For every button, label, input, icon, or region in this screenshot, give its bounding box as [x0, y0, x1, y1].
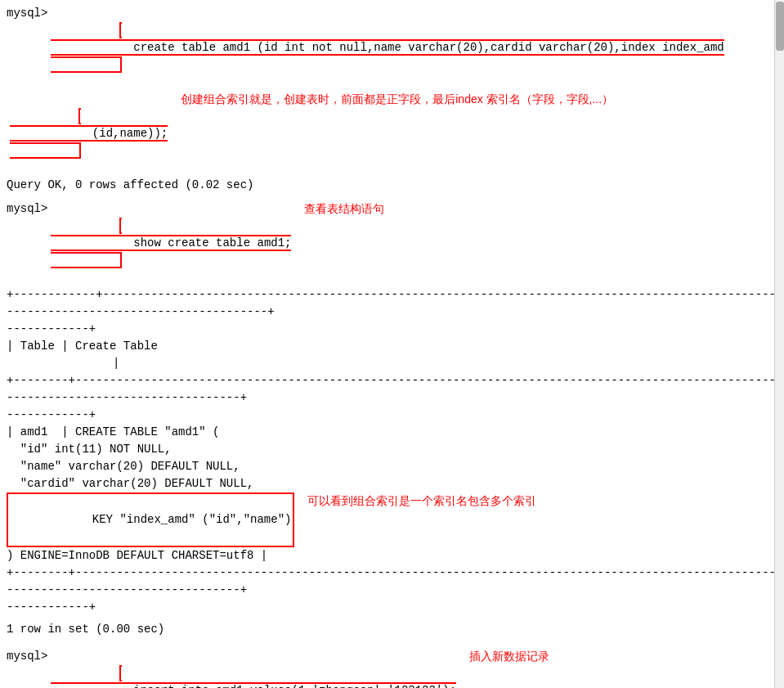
sep3-text: +--------+------------------------------… — [7, 372, 777, 407]
ok1-line: Query OK, 0 rows affected (0.02 sec) — [7, 177, 777, 194]
prompt2: mysql> — [7, 200, 47, 218]
row1e-box: KEY "index_amd" ("id","name") — [7, 492, 294, 547]
row1e-text: KEY "index_amd" ("id","name") — [78, 513, 291, 526]
cmd3-line: mysql> insert into amd1 values(1,'zhangs… — [7, 648, 777, 688]
ok1-text: Query OK, 0 rows affected (0.02 sec) — [7, 177, 253, 194]
header-text: | Table | Create Table — [7, 338, 158, 355]
sep-line5: +--------+------------------------------… — [7, 564, 777, 599]
cmd2-box: show create table amd1; — [51, 218, 291, 268]
sep-line6: ------------+ — [7, 599, 777, 616]
sep5-text: +--------+------------------------------… — [7, 564, 777, 599]
terminal-container: mysql> create table amd1 (id int not nul… — [0, 0, 784, 688]
cmd2-line: mysql> show create table amd1; 查看表结构语句 — [7, 200, 777, 286]
annotation4: 插入新数据记录 — [469, 648, 549, 665]
row1e-line: KEY "index_amd" ("id","name") 可以看到组合索引是一… — [7, 492, 777, 547]
cmd1-line: mysql> create table amd1 (id int not nul… — [7, 5, 777, 91]
row1b-text: "id" int(11) NOT NULL, — [7, 441, 172, 458]
sep-line3: +--------+------------------------------… — [7, 372, 777, 407]
row1d-text: "cardid" varchar(20) DEFAULT NULL, — [7, 475, 253, 492]
prompt1: mysql> — [7, 5, 47, 22]
cmd2-text: show create table amd1; — [133, 236, 291, 250]
row1f-text: ) ENGINE=InnoDB DEFAULT CHARSET=utf8 | — [7, 547, 267, 564]
rowcount1-text: 1 row in set (0.00 sec) — [7, 621, 164, 638]
insert-section: mysql> insert into amd1 values(1,'zhangs… — [7, 648, 777, 688]
sep1-text: +------------+--------------------------… — [7, 286, 777, 321]
create-table-section: mysql> create table amd1 (id int not nul… — [7, 5, 777, 194]
scrollbar-thumb[interactable] — [776, 2, 784, 51]
cmd3-text: insert into amd1 values(1,'zhangsan','12… — [133, 684, 456, 688]
show-create-section: mysql> show create table amd1; 查看表结构语句 +… — [7, 200, 777, 638]
terminal-block: mysql> create table amd1 (id int not nul… — [7, 5, 777, 688]
header-line: | Table | Create Table — [7, 338, 777, 355]
annotation1: 创建组合索引就是，创建表时，前面都是正字段，最后index 索引名（字段，字段,… — [181, 91, 613, 108]
row1b-line: "id" int(11) NOT NULL, — [7, 441, 777, 458]
cmd1-text: create table amd1 (id int not null,name … — [133, 41, 724, 54]
sep2-text: ------------+ — [7, 321, 96, 338]
annotation2: 查看表结构语句 — [304, 200, 384, 218]
sep4-text: ------------+ — [7, 407, 96, 424]
cmd1b-line: (id,name)); 创建组合索引就是，创建表时，前面都是正字段，最后inde… — [7, 91, 777, 177]
prompt3: mysql> — [7, 648, 47, 665]
annotation3: 可以看到组合索引是一个索引名包含多个索引 — [307, 492, 536, 510]
rowcount1-line: 1 row in set (0.00 sec) — [7, 621, 777, 638]
cursor-line: | — [7, 355, 777, 372]
row1a-text: | amd1 | CREATE TABLE "amd1" ( — [7, 424, 219, 441]
cmd1-box: create table amd1 (id int not null,name … — [51, 22, 724, 73]
sep-line2: ------------+ — [7, 321, 777, 338]
scrollbar[interactable] — [774, 0, 784, 688]
row1f-line: ) ENGINE=InnoDB DEFAULT CHARSET=utf8 | — [7, 547, 777, 564]
sep6-text: ------------+ — [7, 599, 96, 616]
cmd3-box: insert into amd1 values(1,'zhangsan','12… — [51, 665, 456, 688]
cmd1b-box: (id,name)); — [10, 108, 168, 159]
row1a-line: | amd1 | CREATE TABLE "amd1" ( — [7, 424, 777, 441]
row1c-text: "name" varchar(20) DEFAULT NULL, — [7, 458, 240, 475]
row1d-line: "cardid" varchar(20) DEFAULT NULL, — [7, 475, 777, 492]
sep-line4: ------------+ — [7, 407, 777, 424]
cursor-text: | — [113, 355, 119, 372]
row1c-line: "name" varchar(20) DEFAULT NULL, — [7, 458, 777, 475]
sep-line1: +------------+--------------------------… — [7, 286, 777, 321]
cmd1b-text: (id,name)); — [92, 127, 168, 140]
